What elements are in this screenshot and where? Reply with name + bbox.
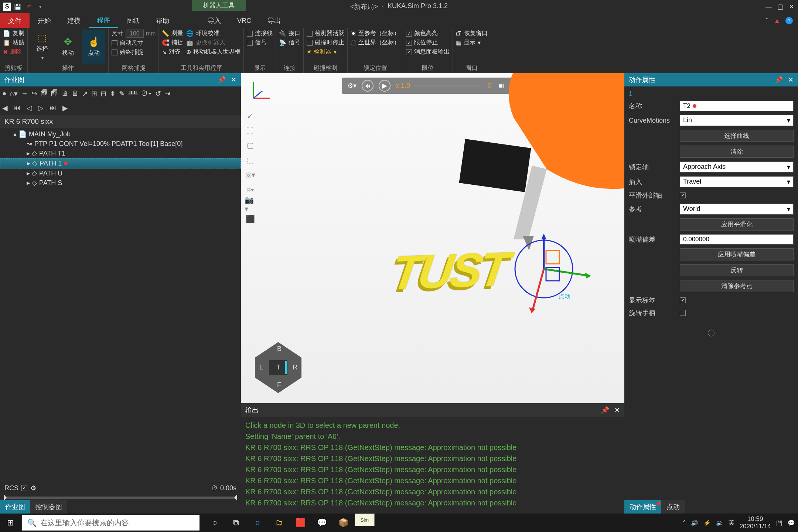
- name-input[interactable]: T2: [680, 101, 794, 111]
- tool-icon[interactable]: →: [21, 89, 28, 98]
- frame-icon[interactable]: ⌗▾: [245, 184, 256, 195]
- select-button[interactable]: ⬚选择: [31, 30, 54, 64]
- tab-model[interactable]: 建模: [59, 13, 89, 28]
- qat-icon-s[interactable]: S: [3, 3, 11, 11]
- smooth-ext-check[interactable]: [680, 192, 686, 198]
- app-icon[interactable]: 🟥: [290, 514, 310, 532]
- timeline-slider[interactable]: [4, 497, 237, 499]
- notifications-icon[interactable]: 💬: [788, 519, 795, 526]
- ref-select[interactable]: World▾: [680, 204, 794, 215]
- detector-active-check[interactable]: 检测器活跃: [307, 30, 344, 37]
- tool-icon[interactable]: 🗎: [72, 89, 79, 98]
- restore-window-button[interactable]: 🗗 恢复窗口: [456, 30, 488, 37]
- auto-size-check[interactable]: 自动尺寸: [112, 39, 156, 47]
- iface-button[interactable]: 🔌 接口: [279, 30, 300, 37]
- tab-help[interactable]: 帮助: [148, 13, 177, 28]
- cube-icon[interactable]: ⬚: [245, 154, 256, 166]
- settings-icon[interactable]: ⚙▾: [347, 82, 357, 90]
- lock-world-radio[interactable]: 至世界（坐标）: [351, 39, 400, 47]
- tray-m-icon[interactable]: |ᴹ|: [776, 519, 782, 526]
- close-icon[interactable]: ✕: [788, 76, 794, 84]
- tool-icon[interactable]: 🗐: [51, 89, 58, 98]
- nozzle-input[interactable]: 0.000000: [680, 234, 794, 245]
- curve-select[interactable]: Lin▾: [680, 115, 794, 126]
- cube2-icon[interactable]: ⬛: [245, 214, 256, 225]
- tab-controller-graph[interactable]: 控制器图: [30, 500, 67, 514]
- viewport-3d[interactable]: ⚙▾ ⏮ ▶ x 1.0 🖺 ■ı ✨ ⤢ ⛶ ▢ ⬚ ◎▾ ⌗▾ 📷▾ ⬛: [241, 73, 624, 403]
- undo-icon[interactable]: ↶: [24, 2, 33, 11]
- apply-smooth-button[interactable]: 应用平滑化: [680, 218, 794, 231]
- save-icon[interactable]: 💾: [13, 2, 22, 11]
- collapse-ribbon-icon[interactable]: ˄: [765, 17, 768, 25]
- reverse-button[interactable]: 反转: [680, 264, 794, 276]
- tree-path-1[interactable]: ▸ ◇ PATH 1: [0, 158, 241, 168]
- close-icon[interactable]: ✕: [614, 406, 620, 414]
- apply-nozzle-button[interactable]: 应用喷嘴偏差: [680, 248, 794, 260]
- tab-export[interactable]: 导出: [259, 13, 289, 28]
- copy-button[interactable]: 📄 复制: [3, 30, 24, 37]
- tool-icon[interactable]: ▶: [62, 104, 68, 112]
- tab-job-graph[interactable]: 作业图: [0, 500, 30, 514]
- expand-icon[interactable]: ⤢: [245, 110, 256, 121]
- tool-icon[interactable]: ⏱▾: [141, 89, 152, 98]
- lock-ref-radio[interactable]: 至参考（坐标）: [351, 30, 400, 37]
- minimize-icon[interactable]: —: [765, 3, 772, 11]
- gear-icon[interactable]: ⚙: [30, 484, 36, 492]
- tree-path-t1[interactable]: ▸ ◇ PATH T1: [0, 149, 241, 158]
- limit-stop-check[interactable]: 限位停止: [406, 39, 450, 47]
- tree-path-u[interactable]: ▸ ◇ PATH U: [0, 168, 241, 178]
- tray-wifi-icon[interactable]: ⚡: [703, 519, 711, 526]
- clear-button[interactable]: 清除: [680, 146, 794, 158]
- color-highlight-check[interactable]: 颜色高亮: [406, 30, 450, 37]
- size-input[interactable]: 100: [126, 30, 144, 38]
- measure-button[interactable]: 📏 测量: [162, 30, 183, 37]
- rotate-handle-check[interactable]: [680, 310, 686, 316]
- lock-axis-select[interactable]: Approach Axis▾: [680, 161, 794, 173]
- start-button[interactable]: ⊞: [0, 514, 21, 532]
- kuka-sim-icon[interactable]: Sim: [355, 514, 375, 526]
- tree-path-s[interactable]: ▸ ◇ PATH S: [0, 178, 241, 188]
- tool-icon[interactable]: ◁: [27, 104, 32, 112]
- transform-gizmo[interactable]: 点动: [507, 232, 596, 321]
- qat-dropdown-icon[interactable]: [35, 2, 44, 11]
- tray-network-icon[interactable]: 🔊: [691, 519, 698, 526]
- tool-icon[interactable]: ↪: [31, 89, 37, 98]
- tool-icon[interactable]: ⌂▾: [10, 89, 17, 98]
- nav-cube[interactable]: B L T R F: [250, 340, 306, 395]
- tool-icon[interactable]: ⬍: [110, 89, 116, 98]
- sig-button[interactable]: 📡 信号: [279, 39, 300, 47]
- explorer-icon[interactable]: 🗂: [269, 514, 289, 532]
- close-icon[interactable]: ✕: [231, 76, 236, 84]
- tab-start[interactable]: 开始: [30, 13, 59, 28]
- show-dropdown[interactable]: ▦ 显示 ▾: [456, 39, 488, 47]
- tab-program[interactable]: 程序: [89, 13, 118, 28]
- close-window-icon[interactable]: ✕: [789, 3, 794, 11]
- taskview-icon[interactable]: ⧉: [226, 514, 246, 532]
- swap-robot-button[interactable]: 🤖 更换机器人: [186, 39, 241, 47]
- tool-icon[interactable]: ✎: [119, 89, 125, 98]
- select-curve-button[interactable]: 选择曲线: [680, 130, 794, 142]
- tool-icon[interactable]: 🗎: [61, 89, 68, 98]
- rewind-icon[interactable]: ⏮: [362, 80, 374, 92]
- move-button[interactable]: ✥移动: [57, 30, 79, 64]
- jog-button[interactable]: ☝点动: [82, 30, 105, 64]
- file-menu[interactable]: 文件: [0, 13, 30, 28]
- tool-icon[interactable]: 🗐: [41, 89, 48, 98]
- insert-select[interactable]: Travel▾: [680, 176, 794, 187]
- align-button[interactable]: ↘ 对齐: [162, 48, 183, 56]
- tab-jog[interactable]: 点动: [661, 500, 685, 514]
- wire-check[interactable]: 连接线: [247, 30, 273, 37]
- pin-icon[interactable]: 📌: [218, 76, 226, 84]
- msg-output-check[interactable]: 消息面板输出: [406, 48, 450, 56]
- search-input[interactable]: 🔍 在这里输入你要搜索的内容: [22, 515, 200, 531]
- maximize-icon[interactable]: ▢: [777, 3, 784, 11]
- ime-indicator[interactable]: 英: [729, 519, 734, 527]
- render-icon[interactable]: ◎▾: [245, 169, 256, 180]
- camera-icon[interactable]: 📷▾: [245, 199, 256, 210]
- tray-chevron-icon[interactable]: ˄: [683, 519, 686, 526]
- help-icon[interactable]: ?: [785, 17, 793, 24]
- context-tab-robot-tool[interactable]: 机器人工具: [192, 0, 246, 11]
- pin-icon[interactable]: 📌: [601, 406, 609, 414]
- collision-stop-check[interactable]: 碰撞时停止: [307, 39, 344, 47]
- tool-icon[interactable]: ◀: [2, 104, 8, 112]
